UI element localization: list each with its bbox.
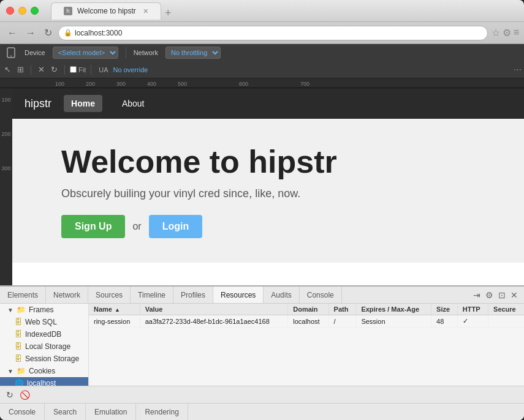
extensions-icon[interactable]: ⚙	[503, 27, 511, 39]
tab-timeline[interactable]: Timeline	[131, 287, 173, 303]
col-domain[interactable]: Domain	[288, 304, 328, 315]
forward-button[interactable]: →	[23, 26, 38, 40]
more-icon[interactable]: ⋯	[514, 65, 522, 74]
browser-tab[interactable]: h Welcome to hipstr ×	[51, 2, 161, 20]
tab-console[interactable]: Console	[300, 287, 342, 303]
col-name[interactable]: Name▲	[89, 304, 140, 315]
menu-icon[interactable]: ≡	[514, 27, 519, 39]
col-expires[interactable]: Expires / Max-Age	[356, 304, 431, 315]
url-lock-icon: 🔒	[64, 29, 72, 37]
cursor-icon[interactable]: ↖	[2, 64, 13, 75]
cookies-arrow-icon: ▼	[7, 368, 13, 375]
traffic-lights	[6, 7, 39, 15]
sidebar-localstorage[interactable]: 🗄 Local Storage	[0, 340, 88, 353]
refresh-button[interactable]: ↻	[42, 26, 55, 40]
col-size[interactable]: Size	[431, 304, 458, 315]
cell-http: ✓	[457, 315, 488, 328]
clear-cookies-button[interactable]: 🚫	[18, 389, 31, 401]
footer-tab-console[interactable]: Console	[0, 403, 45, 420]
svg-point-1	[10, 56, 12, 57]
new-tab-button[interactable]: +	[161, 7, 175, 20]
fit-checkbox[interactable]	[70, 66, 77, 73]
footer-tab-search[interactable]: Search	[45, 403, 86, 420]
bookmark-icon[interactable]: ☆	[492, 27, 500, 39]
page-area: hipstr Home About Welcome to hipstr Obsc…	[12, 88, 524, 285]
cell-name: ring-session	[89, 315, 140, 328]
url-box[interactable]: 🔒 localhost:3000	[58, 26, 488, 40]
fit-checkbox-label[interactable]: Fit	[70, 66, 86, 73]
tab-elements[interactable]: Elements	[0, 287, 46, 303]
override-label: No override	[113, 66, 148, 73]
sidebar-indexeddb[interactable]: 🗄 IndexedDB	[0, 328, 88, 340]
device-model-select[interactable]: <Select model>	[53, 47, 118, 59]
col-http[interactable]: HTTP	[457, 304, 488, 315]
title-bar: h Welcome to hipstr × +	[0, 0, 524, 22]
col-secure[interactable]: Secure	[488, 304, 524, 315]
close-panel-icon[interactable]: ✕	[509, 289, 519, 301]
dock-icon[interactable]: ⇥	[472, 289, 482, 301]
cell-value: aa3fa272-233d-48ef-b1dc-961a1aec4168	[140, 315, 288, 328]
sidebar-localhost[interactable]: 🌐 localhost	[0, 377, 88, 386]
localstorage-label: Local Storage	[25, 342, 70, 351]
page-nav: hipstr Home About	[12, 88, 524, 119]
inspect-icon[interactable]: ⊞	[15, 64, 26, 75]
tab-bar: h Welcome to hipstr × +	[51, 2, 518, 20]
sidebar-sessionstorage[interactable]: 🗄 Session Storage	[0, 353, 88, 365]
tab-audits[interactable]: Audits	[264, 287, 299, 303]
close-button[interactable]	[6, 7, 14, 15]
hero-title: Welcome to hipstr	[61, 143, 475, 180]
cell-expires: Session	[356, 315, 431, 328]
localhost-icon: 🌐	[15, 379, 24, 386]
cell-size: 48	[431, 315, 458, 328]
url-text: localhost:3000	[75, 29, 122, 37]
close-devtools-icon[interactable]: ✕	[36, 64, 47, 75]
footer-tab-emulation[interactable]: Emulation	[86, 403, 136, 420]
maximize-button[interactable]	[31, 7, 39, 15]
devtools-bottom-bar: ↻ 🚫	[0, 386, 524, 403]
col-path[interactable]: Path	[328, 304, 356, 315]
horizontal-ruler: 100 200 300 400 500 600 700	[0, 78, 524, 88]
nav-brand: hipstr	[25, 97, 51, 110]
cell-domain: localhost	[288, 315, 328, 328]
devtools-tabs: Elements Network Sources Timeline Profil…	[0, 287, 524, 304]
sidebar-websql[interactable]: 🗄 Web SQL	[0, 316, 88, 328]
devtools-footer-tabs: Console Search Emulation Rendering	[0, 403, 524, 420]
localstorage-folder-icon: 🗄	[15, 342, 22, 351]
sidebar-frames[interactable]: ▼ 📁 Frames	[0, 304, 88, 316]
devtools-sidebar: ▼ 📁 Frames 🗄 Web SQL 🗄 IndexedDB 🗄 Local…	[0, 304, 89, 386]
or-text: or	[132, 221, 141, 232]
login-button[interactable]: Login	[149, 215, 203, 238]
sidebar-cookies[interactable]: ▼ 📁 Cookies	[0, 365, 88, 377]
tab-close-icon[interactable]: ×	[143, 6, 148, 16]
table-row[interactable]: ring-session aa3fa272-233d-48ef-b1dc-961…	[89, 315, 524, 328]
tab-profiles[interactable]: Profiles	[173, 287, 213, 303]
col-value[interactable]: Value	[140, 304, 288, 315]
ruler-canvas	[0, 78, 524, 88]
minimize-button[interactable]	[18, 7, 26, 15]
throttle-select[interactable]: No throttling	[165, 47, 221, 59]
rotate-icon[interactable]: ↻	[49, 64, 59, 75]
signup-button[interactable]: Sign Up	[61, 215, 125, 238]
footer-tab-rendering[interactable]: Rendering	[136, 403, 188, 420]
settings-icon[interactable]: ⚙	[484, 289, 495, 301]
tab-sources[interactable]: Sources	[88, 287, 131, 303]
back-button[interactable]: ←	[5, 26, 20, 40]
refresh-cookies-button[interactable]: ↻	[5, 389, 15, 401]
undock-icon[interactable]: ⊡	[497, 289, 507, 301]
cell-path: /	[328, 315, 356, 328]
tab-network[interactable]: Network	[46, 287, 88, 303]
network-label: Network	[134, 49, 158, 56]
hero-section: Welcome to hipstr Obscurely builing your…	[12, 119, 524, 263]
mobile-icon	[5, 47, 17, 59]
devtools-body: ▼ 📁 Frames 🗄 Web SQL 🗄 IndexedDB 🗄 Local…	[0, 304, 524, 386]
nav-home-link[interactable]: Home	[64, 95, 102, 112]
tab-resources[interactable]: Resources	[213, 287, 264, 303]
address-bar: ← → ↻ 🔒 localhost:3000 ☆ ⚙ ≡	[0, 22, 524, 44]
browser-window: h Welcome to hipstr × + ← → ↻ 🔒 localhos…	[0, 0, 524, 420]
frames-arrow-icon: ▼	[7, 307, 13, 313]
frames-folder-icon: 📁	[17, 306, 26, 314]
toolbar-right: ⋯	[514, 65, 522, 74]
device-label: Device	[25, 49, 45, 56]
devtools-device-row: Device <Select model> Network No throttl…	[0, 44, 524, 61]
nav-about-link[interactable]: About	[115, 95, 152, 112]
